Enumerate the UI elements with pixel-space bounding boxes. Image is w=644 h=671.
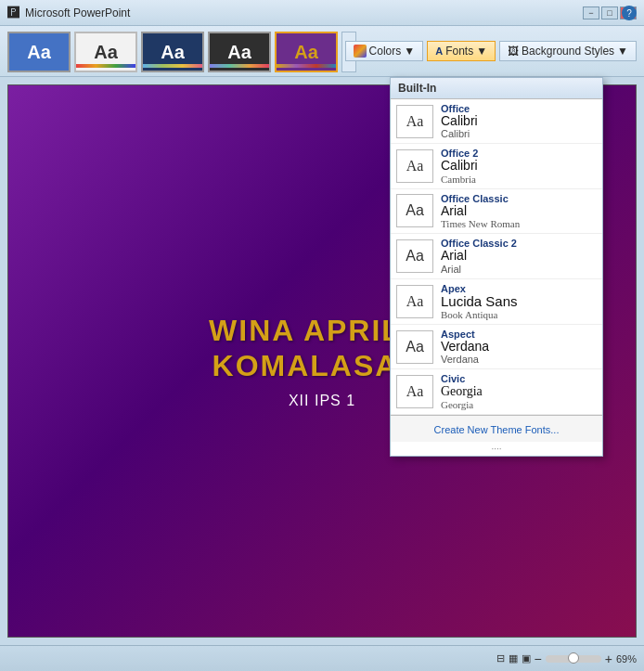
title-bar: 🅿 Microsoft PowerPoint ? − □ × xyxy=(0,0,644,26)
background-styles-icon: 🖼 xyxy=(508,45,519,58)
font-heading-office2: Calibri xyxy=(441,159,597,173)
font-item-office2[interactable]: Aa Office 2 Calibri Cambria xyxy=(391,144,602,188)
font-info-apex: Apex Lucida Sans Book Antiqua xyxy=(441,283,597,321)
colors-button[interactable]: Colors ▼ xyxy=(345,41,424,61)
font-body-apex: Book Antiqua xyxy=(441,309,597,320)
main-area: WINA APRILIA KOMALASARI XII IPS 1 Built-… xyxy=(0,77,644,645)
app-title: Microsoft PowerPoint xyxy=(25,6,130,19)
fonts-label: Fonts xyxy=(445,45,473,58)
theme-thumbnail-2[interactable]: Aa xyxy=(74,32,137,72)
ribbon-right-buttons: Colors ▼ A Fonts ▼ 🖼 Background Styles ▼ xyxy=(345,41,637,61)
colors-label: Colors xyxy=(369,45,402,58)
font-preview-office-classic: Aa xyxy=(396,194,433,227)
app-icon: 🅿 xyxy=(7,6,19,19)
colors-icon xyxy=(354,45,367,58)
theme-thumbnail-1[interactable]: Aa xyxy=(7,32,71,72)
font-preview-office2: Aa xyxy=(396,149,433,183)
background-styles-label: Background Styles xyxy=(522,45,614,58)
font-item-civic[interactable]: Aa Civic Georgia Georgia xyxy=(391,369,602,414)
zoom-level[interactable]: 69% xyxy=(616,653,637,665)
zoom-slider[interactable] xyxy=(546,655,601,663)
font-body-office2: Cambria xyxy=(441,174,597,185)
font-name-apex: Apex xyxy=(441,283,597,294)
font-body-aspect: Verdana xyxy=(441,354,597,365)
font-name-office-classic: Office Classic xyxy=(441,193,597,204)
font-preview-civic: Aa xyxy=(396,375,433,408)
fonts-button[interactable]: A Fonts ▼ xyxy=(427,41,496,61)
font-item-office[interactable]: Aa Office Calibri Calibri xyxy=(391,99,602,144)
dropdown-section-label: Built-In xyxy=(398,82,436,95)
font-item-apex[interactable]: Aa Apex Lucida Sans Book Antiqua xyxy=(391,279,602,326)
minimize-button[interactable]: − xyxy=(583,6,599,19)
font-preview-office: Aa xyxy=(396,105,433,138)
fonts-icon: A xyxy=(435,45,443,57)
fonts-dropdown[interactable]: Built-In Aa Office Calibri Calibri Aa Of… xyxy=(390,77,603,457)
theme-label-4: Aa xyxy=(227,42,251,63)
font-info-office2: Office 2 Calibri Cambria xyxy=(441,148,597,184)
create-new-fonts-link[interactable]: Create New Theme Fonts... xyxy=(434,424,560,435)
ribbon: Aa Aa Aa Aa Aa ▼ Colors ▼ A Fonts ▼ 🖼 Ba… xyxy=(0,26,644,77)
font-info-aspect: Aspect Verdana Verdana xyxy=(441,329,597,365)
font-info-office: Office Calibri Calibri xyxy=(441,103,597,139)
theme-thumbnail-3[interactable]: Aa xyxy=(141,32,204,72)
background-dropdown-arrow: ▼ xyxy=(617,45,628,58)
font-body-office: Calibri xyxy=(441,128,597,139)
font-heading-aspect: Verdana xyxy=(441,340,597,354)
zoom-minus-button[interactable]: − xyxy=(535,652,542,666)
font-info-office-classic: Office Classic Arial Times New Roman xyxy=(441,193,597,229)
colors-dropdown-arrow: ▼ xyxy=(404,45,415,58)
font-heading-office-classic: Arial xyxy=(441,204,597,218)
view-grid-icon[interactable]: ▦ xyxy=(509,652,518,665)
theme-label-2: Aa xyxy=(94,42,118,63)
dropdown-footer: Create New Theme Fonts... xyxy=(391,415,602,442)
background-styles-button[interactable]: 🖼 Background Styles ▼ xyxy=(499,41,637,61)
font-body-civic: Georgia xyxy=(441,399,597,410)
dropdown-header: Built-In xyxy=(391,78,602,99)
status-bar: ⊟ ▦ ▣ − + 69% xyxy=(0,645,644,671)
font-item-aspect[interactable]: Aa Aspect Verdana Verdana xyxy=(391,325,602,369)
status-zoom: ⊟ ▦ ▣ − + 69% xyxy=(496,652,637,666)
font-preview-office-classic2: Aa xyxy=(396,239,433,273)
help-icon[interactable]: ? xyxy=(622,6,637,20)
title-bar-left: 🅿 Microsoft PowerPoint ? xyxy=(7,6,130,19)
font-heading-office-classic2: Arial xyxy=(441,249,597,263)
theme-label-5: Aa xyxy=(294,42,318,63)
font-item-office-classic2[interactable]: Aa Office Classic 2 Arial Arial xyxy=(391,234,602,278)
dropdown-scroll-area[interactable]: Aa Office Calibri Calibri Aa Office 2 Ca… xyxy=(391,99,602,415)
dropdown-dots: ···· xyxy=(391,442,602,456)
zoom-plus-button[interactable]: + xyxy=(605,652,612,666)
fonts-dropdown-arrow: ▼ xyxy=(476,45,487,58)
font-info-office-classic2: Office Classic 2 Arial Arial xyxy=(441,238,597,274)
font-heading-office: Calibri xyxy=(441,114,597,128)
font-name-civic: Civic xyxy=(441,373,597,384)
view-reading-icon[interactable]: ▣ xyxy=(522,652,531,665)
theme-label-1: Aa xyxy=(27,42,51,63)
theme-thumbnail-4[interactable]: Aa xyxy=(208,32,271,72)
theme-label-3: Aa xyxy=(161,42,185,63)
view-normal-icon[interactable]: ⊟ xyxy=(496,652,505,665)
font-preview-aspect: Aa xyxy=(396,330,433,364)
theme-thumbnail-5-active[interactable]: Aa xyxy=(275,32,338,72)
font-preview-apex: Aa xyxy=(396,285,433,318)
font-item-office-classic[interactable]: Aa Office Classic Arial Times New Roman xyxy=(391,189,602,234)
font-body-office-classic2: Arial xyxy=(441,264,597,275)
maximize-button[interactable]: □ xyxy=(601,6,618,19)
font-heading-apex: Lucida Sans xyxy=(441,294,597,310)
font-heading-civic: Georgia xyxy=(441,384,597,398)
slide-subtitle: XII IPS 1 xyxy=(289,393,355,409)
font-info-civic: Civic Georgia Georgia xyxy=(441,373,597,409)
font-body-office-classic: Times New Roman xyxy=(441,218,597,229)
